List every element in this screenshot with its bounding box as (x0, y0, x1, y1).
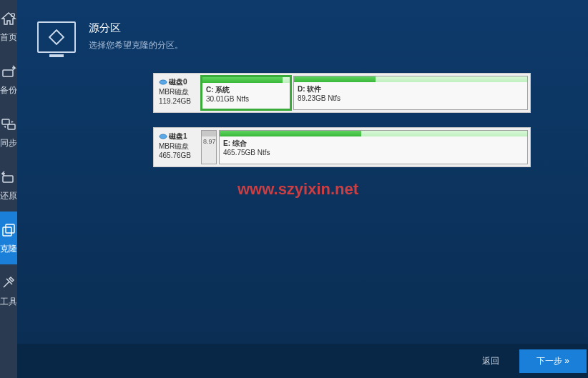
disk-row: 磁盘1 MBR磁盘 465.76GB 8.97 E: 综合465.75GB Nt… (153, 127, 531, 167)
source-partition-icon (37, 21, 76, 53)
tools-icon (0, 274, 17, 292)
partition-label: D: 软件 (298, 84, 524, 94)
nav-label: 同步 (0, 137, 17, 149)
page-subtitle: 选择您希望克隆的分区。 (89, 39, 183, 51)
disk-icon (159, 79, 167, 86)
disk-name-text: 磁盘1 (169, 131, 187, 141)
partition-detail: 465.75GB Ntfs (223, 149, 524, 156)
nav-label: 工具 (0, 296, 17, 308)
disk-icon (159, 133, 167, 140)
nav-clone[interactable]: 克隆 (0, 212, 17, 264)
clone-icon (0, 222, 17, 239)
nav-restore[interactable]: 还原 (0, 159, 17, 212)
partition-detail: 89.23GB Ntfs (298, 94, 524, 102)
svg-rect-6 (6, 224, 14, 233)
partition-c-system[interactable]: C: 系统30.01GB Ntfs (201, 76, 291, 110)
svg-rect-3 (8, 124, 15, 129)
home-icon (0, 10, 17, 27)
disk-row: 磁盘0 MBR磁盘 119.24GB C: 系统30.01GB Ntfs D: … (153, 73, 531, 113)
nav-sync[interactable]: 同步 (0, 106, 17, 159)
disk-type: MBR磁盘 (159, 87, 196, 97)
svg-rect-4 (3, 176, 13, 182)
disk-list: 磁盘0 MBR磁盘 119.24GB C: 系统30.01GB Ntfs D: … (17, 53, 588, 167)
svg-rect-5 (3, 227, 11, 236)
partition-label: E: 综合 (223, 139, 524, 149)
nav-label: 还原 (0, 190, 17, 202)
disk-size: 119.24GB (159, 97, 196, 105)
disk-name-text: 磁盘0 (169, 77, 187, 87)
disk-size: 465.76GB (159, 151, 196, 159)
partition-d-software[interactable]: D: 软件89.23GB Ntfs (293, 76, 528, 110)
nav-label: 克隆 (0, 243, 17, 255)
svg-rect-2 (2, 119, 9, 124)
restore-icon (0, 169, 17, 186)
partition-small-reserved[interactable]: 8.97 (201, 130, 217, 164)
sync-icon (0, 116, 17, 133)
disk-info: 磁盘1 MBR磁盘 465.76GB (156, 130, 199, 164)
backup-icon (0, 63, 17, 80)
svg-rect-1 (3, 70, 13, 76)
sidebar: 首页 备份 同步 还原 克隆 (0, 0, 17, 378)
back-button[interactable]: 返回 (482, 355, 499, 367)
nav-tools[interactable]: 工具 (0, 264, 17, 317)
nav-backup[interactable]: 备份 (0, 53, 17, 106)
disk-info: 磁盘0 MBR磁盘 119.24GB (156, 76, 199, 110)
watermark: www.szyixin.net (237, 180, 358, 199)
main-content: 源分区 选择您希望克隆的分区。 磁盘0 MBR磁盘 119.24GB C: 系统… (17, 0, 588, 378)
svg-point-9 (160, 134, 167, 139)
footer: 返回 下一步 » (17, 344, 588, 378)
svg-point-8 (160, 80, 167, 84)
partition-label: C: 系统 (206, 85, 286, 95)
page-title: 源分区 (89, 21, 183, 35)
nav-label: 备份 (0, 84, 17, 96)
disk-type: MBR磁盘 (159, 141, 196, 151)
partition-e-combined[interactable]: E: 综合465.75GB Ntfs (219, 130, 528, 164)
partition-detail: 30.01GB Ntfs (206, 95, 286, 103)
partition-small-label: 8.97 (202, 136, 216, 146)
next-button[interactable]: 下一步 » (519, 349, 587, 373)
nav-label: 首页 (0, 31, 17, 44)
svg-rect-7 (49, 30, 64, 44)
page-header: 源分区 选择您希望克隆的分区。 (17, 0, 588, 53)
nav-home[interactable]: 首页 (0, 0, 17, 53)
